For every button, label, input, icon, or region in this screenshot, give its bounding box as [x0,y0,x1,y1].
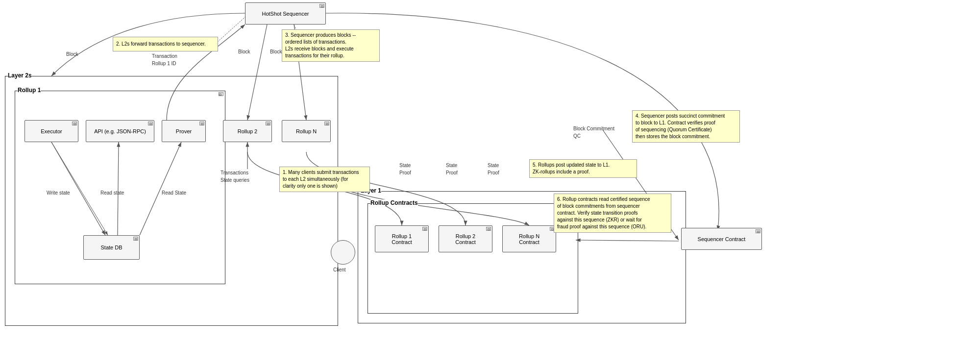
statedb-icon: ⊡ [133,237,138,241]
client-circle [331,240,355,265]
api-icon: ⊡ [148,122,153,125]
rollup2-label: Rollup 2 [238,128,257,134]
note3-text: 3. Sequencer produces blocks --ordered l… [285,32,356,58]
sequencer-contract-label: Sequencer Contract [698,236,746,242]
rollup1-contract-box: ⊡ Rollup 1 Contract [375,225,429,252]
note5-text: 5. Rollups post updated state to L1.ZK-r… [533,162,610,174]
sequencer-contract-icon: ⊡ [756,229,760,233]
rollup2-box: ⊡ Rollup 2 [223,120,272,142]
label-block1: Block [66,51,78,57]
label-state-proof3: StateProof [488,162,499,176]
note2-box: 2. L2s forward transactions to sequencer… [113,37,218,51]
note6-text: 6. Rollup contracts read certified seque… [557,196,650,229]
hotshot-label: HotShot Sequencer [262,11,309,17]
label-read-state: Read state [100,190,124,196]
hotshot-sequencer-box: ⊡ HotShot Sequencer [245,2,326,24]
svg-line-8 [216,17,245,44]
api-box: ⊡ API (e.g. JSON-RPC) [86,120,154,142]
executor-box: ⊡ Executor [24,120,78,142]
note4-box: 4. Sequencer posts succinct commitmentto… [632,110,740,143]
label-block2: Block [238,49,250,54]
note1-box: 1. Many clients submit transactionsto ea… [279,167,370,192]
layer2s-label: Layer 2s [8,72,32,79]
label-state-proof1: StateProof [399,162,411,176]
prover-icon: ⊡ [199,122,204,125]
label-write-state: Write state [47,190,70,196]
rollup2-icon: ⊡ [266,122,270,125]
note1-text: 1. Many clients submit transactionsto ea… [283,170,359,189]
rollupN-icon: ⊡ [324,122,329,125]
hotshot-icon: ⊡ [319,4,324,8]
note4-text: 4. Sequencer posts succinct commitmentto… [636,113,725,139]
rollup1-contract-icon: ⊡ [422,227,427,231]
prover-label: Prover [176,128,192,134]
rollup-contracts-group: Rollup Contracts [368,203,578,314]
client-text-label: Client [333,267,346,272]
executor-label: Executor [41,128,62,134]
rollupN-contract-label: Rollup N Contract [519,233,539,245]
sequencer-contract-box: ⊡ Sequencer Contract [681,228,762,250]
label-transaction: TransactionRollup 1 ID [152,52,177,67]
rollup-contracts-label: Rollup Contracts [370,199,418,206]
note2-text: 2. L2s forward transactions to sequencer… [116,41,206,48]
rollupN-contract-box: ⊡ Rollup N Contract [502,225,556,252]
note6-box: 6. Rollup contracts read certified seque… [554,194,671,233]
rollup2-contract-label: Rollup 2 Contract [455,233,476,245]
label-read-state2: Read State [162,190,186,196]
prover-box: ⊡ Prover [162,120,206,142]
label-state-proof2: StateProof [446,162,458,176]
statedb-box: ⊡ State DB [83,235,140,260]
rollup2-contract-icon: ⊡ [486,227,491,231]
diagram-container: ⊡ HotShot Sequencer Layer 2s Rollup 1 ⊡ … [0,0,980,343]
executor-icon: ⊡ [72,122,77,125]
rollupN-label: Rollup N [296,128,317,134]
label-block-commitment: Block CommitmentQC [573,125,614,140]
rollupN-box: ⊡ Rollup N [282,120,331,142]
rollup2-contract-box: ⊡ Rollup 2 Contract [439,225,492,252]
api-label: API (e.g. JSON-RPC) [94,128,146,134]
rollup1-contract-label: Rollup 1 Contract [392,233,412,245]
rollup1-group-label: Rollup 1 [18,87,41,94]
label-transactions-state: TransactionsState queries [220,169,249,184]
label-block3: Block [270,49,282,54]
rollup1-group-icon: ⊡ [219,92,223,96]
note3-box: 3. Sequencer produces blocks --ordered l… [282,29,380,62]
note5-box: 5. Rollups post updated state to L1.ZK-r… [529,159,637,178]
statedb-label: State DB [100,245,122,250]
